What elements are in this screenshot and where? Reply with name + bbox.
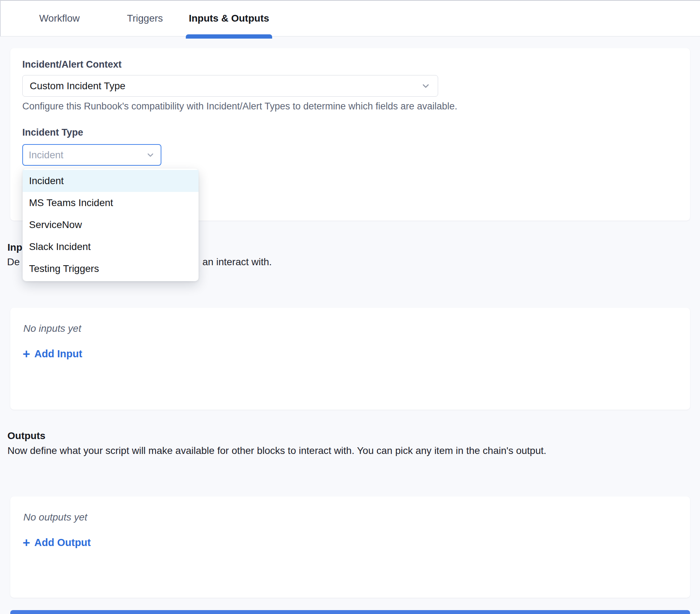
outputs-card: No outputs yet + Add Output [10, 496, 690, 598]
outputs-section-description: Now define what your script will make av… [7, 445, 546, 456]
incident-type-placeholder: Incident [29, 149, 63, 161]
add-input-button[interactable]: + Add Input [23, 348, 82, 360]
incident-type-label: Incident Type [22, 127, 83, 138]
chevron-down-icon [146, 150, 155, 160]
tab-bar: Workflow Triggers Inputs & Outputs [0, 0, 700, 36]
tab-triggers[interactable]: Triggers [117, 1, 172, 36]
plus-icon: + [23, 538, 30, 548]
tab-workflow[interactable]: Workflow [30, 1, 88, 36]
outputs-empty-state: No outputs yet [23, 512, 87, 523]
incident-alert-context-select[interactable]: Custom Incident Type [22, 75, 438, 97]
plus-icon: + [23, 349, 30, 359]
inputs-card: No inputs yet + Add Input [10, 308, 690, 410]
bottom-blue-bar[interactable] [10, 610, 690, 614]
inputs-section-description-left: De [7, 256, 20, 268]
inputs-section-description-right: an interact with. [202, 256, 272, 268]
incident-type-combobox[interactable]: Incident [22, 144, 161, 166]
tab-inputs-outputs[interactable]: Inputs & Outputs [186, 1, 272, 36]
add-input-label: Add Input [34, 348, 82, 360]
incident-type-dropdown-menu: Incident MS Teams Incident ServiceNow Sl… [23, 169, 199, 281]
add-output-label: Add Output [34, 537, 91, 548]
context-help-text: Configure this Runbook's compatibility w… [22, 101, 457, 112]
dropdown-option-servicenow[interactable]: ServiceNow [23, 214, 199, 236]
inputs-section-heading: Inp [7, 241, 22, 253]
dropdown-option-ms-teams-incident[interactable]: MS Teams Incident [23, 192, 199, 214]
inputs-empty-state: No inputs yet [23, 323, 81, 334]
dropdown-option-testing-triggers[interactable]: Testing Triggers [23, 258, 199, 280]
chevron-down-icon [421, 81, 431, 91]
outputs-section-heading: Outputs [7, 430, 45, 442]
dropdown-option-incident[interactable]: Incident [23, 170, 199, 192]
incident-alert-context-value: Custom Incident Type [30, 80, 125, 92]
incident-alert-context-label: Incident/Alert Context [22, 59, 122, 70]
dropdown-option-slack-incident[interactable]: Slack Incident [23, 236, 199, 258]
add-output-button[interactable]: + Add Output [23, 537, 91, 548]
